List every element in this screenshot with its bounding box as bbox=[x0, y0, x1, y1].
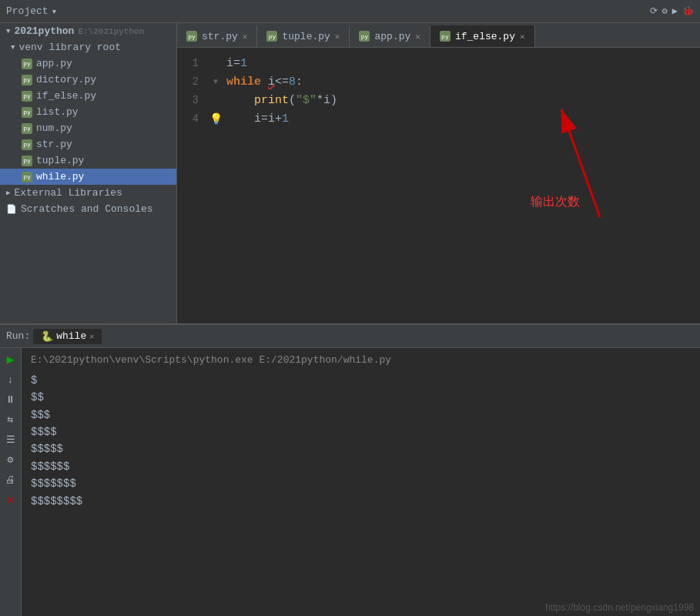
run-wrap-button[interactable]: ⇆ bbox=[2, 411, 19, 428]
output-line-2: $$ bbox=[31, 389, 691, 406]
console-output: E:\2021python\venv\Scripts\python.exe E:… bbox=[22, 348, 700, 616]
line-number-1: 1 bbox=[177, 57, 208, 69]
tab-close-ifelsepy[interactable]: ✕ bbox=[520, 32, 525, 42]
tab-apppy[interactable]: py app.py ✕ bbox=[350, 25, 430, 47]
line-gutter-2: ▼ bbox=[208, 78, 223, 86]
tab-close-tuplepy[interactable]: ✕ bbox=[335, 32, 340, 42]
tab-ifelsepy[interactable]: py if_else.py ✕ bbox=[430, 25, 535, 47]
ext-lib-triangle: ▶ bbox=[6, 189, 10, 197]
run-tab-label: while bbox=[56, 330, 86, 342]
run-filter-button[interactable]: ☰ bbox=[2, 431, 19, 448]
code-content-3: print("$"*i) bbox=[223, 94, 700, 107]
external-libraries-label: External Libraries bbox=[14, 187, 122, 199]
tab-icon-tuplepy: py bbox=[266, 31, 277, 42]
code-line-1: 1 i=1 bbox=[177, 54, 700, 72]
sidebar: ▼ 2021python E:\2021python ▼ venv librar… bbox=[0, 23, 177, 323]
output-line-1: $ bbox=[31, 372, 691, 389]
bulb-icon-4[interactable]: 💡 bbox=[209, 112, 223, 126]
top-bar-icons: ⟳ ⚙ ▶ 🐞 bbox=[650, 5, 694, 17]
editor-area: py str.py ✕ py tuple.py ✕ py app.py ✕ py… bbox=[177, 23, 700, 323]
code-line-3: 3 print("$"*i) bbox=[177, 91, 700, 109]
file-icon-numpy: py bbox=[22, 123, 32, 134]
tab-close-strpy[interactable]: ✕ bbox=[243, 32, 248, 42]
scratch-icon: 📄 bbox=[6, 204, 17, 214]
output-line-7: $$$$$$$ bbox=[31, 475, 691, 492]
venv-triangle: ▼ bbox=[11, 44, 15, 52]
code-content-1: i=1 bbox=[223, 57, 700, 70]
tab-close-apppy[interactable]: ✕ bbox=[415, 32, 420, 42]
code-line-2: 2 ▼ while i<=8: bbox=[177, 72, 700, 91]
sync-icon[interactable]: ⟳ bbox=[650, 5, 658, 17]
run-play-button[interactable]: ▶ bbox=[2, 351, 19, 368]
tab-icon-apppy: py bbox=[359, 31, 370, 42]
settings-icon[interactable]: ⚙ bbox=[662, 5, 668, 17]
code-editor[interactable]: 1 i=1 2 ▼ while i<=8: 3 bbox=[177, 48, 700, 323]
project-path: E:\2021python bbox=[78, 27, 144, 36]
line-gutter-4: 💡 bbox=[208, 112, 223, 126]
annotation-text: 输出次数 bbox=[531, 194, 580, 210]
sidebar-file-tuplepy[interactable]: py tuple.py bbox=[0, 152, 176, 169]
file-icon-tuplepy: py bbox=[22, 156, 32, 166]
project-header[interactable]: ▼ 2021python E:\2021python bbox=[0, 23, 176, 39]
sidebar-file-numpy[interactable]: py num.py bbox=[0, 120, 176, 136]
sidebar-file-dictorypy[interactable]: py dictory.py bbox=[0, 72, 176, 88]
file-icon-whilepy: py bbox=[22, 172, 32, 182]
debug-icon[interactable]: 🐞 bbox=[682, 5, 694, 17]
run-body: ▶ ↓ ⏸ ⇆ ☰ ⚙ 🖨 ✕ E:\2021python\venv\Scrip… bbox=[0, 348, 700, 616]
sidebar-file-strpy[interactable]: py str.py bbox=[0, 136, 176, 152]
folder-triangle: ▼ bbox=[6, 28, 10, 35]
sidebar-file-apppy[interactable]: py app.py bbox=[0, 55, 176, 72]
line-number-4: 4 bbox=[177, 112, 208, 125]
run-settings-button[interactable]: ⚙ bbox=[2, 451, 19, 468]
fold-icon-2[interactable]: ▼ bbox=[213, 78, 218, 86]
run-tab-icon: 🐍 bbox=[41, 330, 53, 343]
run-tab-bar: Run: 🐍 while ✕ bbox=[0, 325, 700, 348]
tab-icon-strpy: py bbox=[186, 31, 197, 42]
external-libraries[interactable]: ▶ External Libraries bbox=[0, 185, 176, 201]
output-line-5: $$$$$ bbox=[31, 440, 691, 457]
venv-folder[interactable]: ▼ venv library root bbox=[0, 39, 176, 55]
venv-label: venv library root bbox=[18, 42, 121, 53]
top-bar: Project ▾ ⟳ ⚙ ▶ 🐞 bbox=[0, 0, 700, 23]
sidebar-file-whilepy[interactable]: py while.py bbox=[0, 169, 176, 185]
output-line-3: $$$ bbox=[31, 407, 691, 424]
output-line-8: $$$$$$$$ bbox=[31, 493, 691, 510]
watermark: https://blog.csdn.net/pengxiang1998 bbox=[545, 602, 694, 613]
file-icon-dictorypy: py bbox=[22, 75, 32, 85]
line-number-3: 3 bbox=[177, 94, 208, 106]
editor-tab-bar: py str.py ✕ py tuple.py ✕ py app.py ✕ py… bbox=[177, 23, 700, 48]
run-tab-close[interactable]: ✕ bbox=[89, 332, 94, 341]
run-down-button[interactable]: ↓ bbox=[2, 371, 19, 388]
file-icon-ifelsepy: py bbox=[22, 91, 32, 102]
code-line-4: 4 💡 i=i+1 bbox=[177, 109, 700, 128]
run-label: Run: bbox=[6, 330, 30, 342]
run-pause-button[interactable]: ⏸ bbox=[2, 391, 19, 408]
tab-tuplepy[interactable]: py tuple.py ✕ bbox=[257, 25, 350, 47]
file-icon-listpy: py bbox=[22, 107, 32, 118]
project-label[interactable]: Project ▾ bbox=[6, 5, 57, 18]
scratches-consoles[interactable]: 📄 Scratches and Consoles bbox=[0, 201, 176, 217]
sidebar-file-listpy[interactable]: py list.py bbox=[0, 104, 176, 120]
run-tab-while[interactable]: 🐍 while ✕ bbox=[33, 329, 102, 344]
output-line-6: $$$$$$ bbox=[31, 458, 691, 475]
code-content-4: i=i+1 bbox=[223, 112, 700, 126]
console-command: E:\2021python\venv\Scripts\python.exe E:… bbox=[31, 353, 691, 369]
bottom-panel: Run: 🐍 while ✕ ▶ ↓ ⏸ ⇆ ☰ ⚙ 🖨 ✕ E:\2021py… bbox=[0, 323, 700, 616]
project-name: 2021python bbox=[14, 25, 74, 37]
run-icon[interactable]: ▶ bbox=[672, 5, 678, 17]
file-icon-apppy: py bbox=[22, 59, 32, 69]
file-icon-strpy: py bbox=[22, 139, 32, 150]
scratches-label: Scratches and Consoles bbox=[21, 203, 153, 215]
run-toolbar: ▶ ↓ ⏸ ⇆ ☰ ⚙ 🖨 ✕ bbox=[0, 348, 22, 616]
sidebar-file-ifelsepy[interactable]: py if_else.py bbox=[0, 88, 176, 104]
tab-strpy[interactable]: py str.py ✕ bbox=[177, 25, 257, 47]
run-print-button[interactable]: 🖨 bbox=[2, 471, 19, 488]
code-content-2: while i<=8: bbox=[223, 75, 700, 89]
line-number-2: 2 bbox=[177, 75, 208, 88]
output-line-4: $$$$ bbox=[31, 424, 691, 440]
run-stop-button[interactable]: ✕ bbox=[2, 491, 19, 508]
main-area: ▼ 2021python E:\2021python ▼ venv librar… bbox=[0, 23, 700, 323]
tab-icon-ifelsepy: py bbox=[440, 31, 450, 42]
